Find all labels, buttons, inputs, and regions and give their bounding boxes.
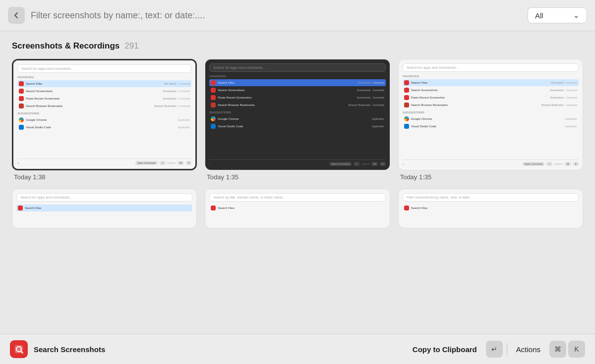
list-item[interactable]: Search by title, domain name, or folder … [205,189,390,228]
back-button[interactable] [8,7,25,24]
screenshot-thumbnail[interactable]: Search for apps and commands... Favorite… [398,59,583,170]
filter-label: All [535,11,543,20]
filter-dropdown[interactable]: All ⌄ [528,7,587,23]
screenshot-thumbnail[interactable]: Search by title, domain name, or folder … [205,189,390,228]
screenshot-thumbnail[interactable]: Search for apps and commands... Favorite… [205,59,390,170]
list-item[interactable]: Search for apps and commands... Favorite… [205,59,390,181]
main-content: Screenshots & Recordings 291 Search for … [0,31,595,334]
screenshot-timestamp: Today 1:35 [398,173,583,181]
screenshots-grid: Search for apps and commands... Favorite… [12,59,583,228]
list-item[interactable]: Search for apps and commands... Favorite… [12,59,197,181]
screenshot-timestamp: Today 1:35 [205,173,390,181]
screenshot-thumbnail[interactable]: Filter screenshots by name:, text: or da… [398,189,583,228]
cmd-key: ⌘ [549,341,566,358]
copy-to-clipboard-button[interactable]: Copy to Clipboard [408,342,482,357]
app-name: Search Screenshots [34,345,402,354]
top-bar: All ⌄ [0,0,595,31]
screenshot-thumbnail[interactable]: Search for apps and commands... Favorite… [12,59,197,170]
actions-button[interactable]: Actions [511,342,545,357]
list-item[interactable]: Filter screenshots by name:, text: or da… [398,189,583,228]
bottom-actions: Copy to Clipboard ↵ Actions ⌘ K [408,341,585,358]
list-item[interactable]: Search for apps and commands... Search F… [12,189,197,228]
section-count: 291 [124,41,138,51]
chevron-down-icon: ⌄ [573,11,580,20]
screenshot-thumbnail[interactable]: Search for apps and commands... Search F… [12,189,197,228]
search-input[interactable] [31,6,522,25]
key-combo: ⌘ K [549,341,585,358]
enter-key-button[interactable]: ↵ [486,341,503,358]
app-icon [10,340,28,358]
k-key: K [568,341,585,358]
section-header: Screenshots & Recordings 291 [12,41,583,51]
list-item[interactable]: Search for apps and commands... Favorite… [398,59,583,181]
divider [507,343,507,355]
section-title: Screenshots & Recordings [12,41,119,51]
bottom-bar: Search Screenshots Copy to Clipboard ↵ A… [0,334,595,364]
screenshot-timestamp: Today 1:38 [12,173,197,181]
